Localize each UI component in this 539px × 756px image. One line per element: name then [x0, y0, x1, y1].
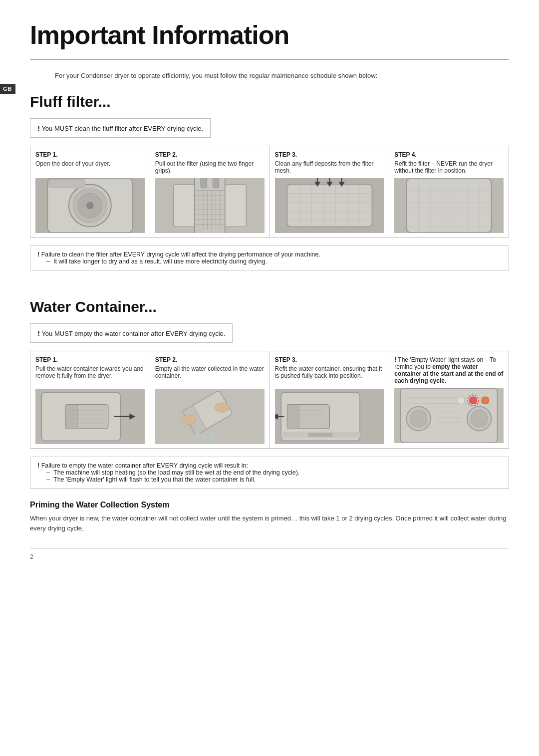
water-step-1-image: [35, 389, 145, 444]
fluff-warning-main: Failure to clean the filter after EVERY …: [41, 251, 320, 258]
svg-point-71: [210, 433, 215, 441]
water-step-1-text: Pull the water container towards you and…: [35, 365, 145, 385]
page: GB Important Information For your Conden…: [0, 0, 539, 756]
svg-point-69: [195, 431, 200, 439]
svg-rect-84: [308, 433, 332, 437]
fluff-step-4-svg: [394, 178, 504, 233]
water-step-3: STEP 3. Refit the water container, ensur…: [270, 351, 390, 448]
svg-point-5: [86, 202, 94, 210]
water-warning-box: ! Failure to empty the water container a…: [30, 457, 509, 489]
fluff-notice-exclaim: !: [37, 124, 40, 132]
fluff-step-3-image: [275, 178, 384, 233]
water-step-4-notice: ! The 'Empty Water' light stays on – To …: [389, 351, 509, 448]
fluff-step-4-label: STEP 4.: [394, 151, 504, 158]
bottom-divider: [30, 548, 509, 548]
svg-point-70: [203, 435, 207, 441]
fluff-step-2-svg: [155, 178, 265, 233]
svg-point-90: [482, 397, 489, 404]
fluff-notice-box: ! You MUST clean the fluff filter after …: [30, 118, 211, 138]
water-step-4-notice-text: ! The 'Empty Water' light stays on – To …: [394, 356, 504, 384]
fluff-filter-title: Fluff filter...: [30, 93, 509, 110]
fluff-step-1-text: Open the door of your dryer.: [35, 160, 145, 174]
priming-subtitle: Priming the Water Collection System: [30, 501, 509, 509]
water-warning-list: The machine will stop heating (so the lo…: [46, 469, 502, 483]
svg-point-89: [470, 397, 477, 404]
fluff-warning-box: ! Failure to clean the filter after EVER…: [30, 246, 509, 270]
fluff-step-2-image: [155, 178, 265, 233]
water-step-4-svg: [394, 388, 504, 443]
svg-point-96: [471, 410, 488, 427]
fluff-step-3-label: STEP 3.: [275, 151, 384, 158]
fluff-warning-item-1: It will take longer to dry and as a resu…: [46, 258, 502, 265]
fluff-steps-row: STEP 1. Open the door of your dryer. STE…: [30, 146, 509, 238]
svg-point-91: [458, 397, 465, 404]
svg-rect-10: [201, 178, 207, 188]
water-step-2-image: [155, 389, 265, 444]
water-notice-box: ! You MUST empty the water container aft…: [30, 323, 233, 343]
water-notice-exclaim: !: [37, 329, 40, 337]
fluff-step-1: STEP 1. Open the door of your dryer.: [30, 146, 150, 237]
water-step-3-label: STEP 3.: [275, 356, 384, 363]
fluff-step-4-text: Refit the filter – NEVER run the dryer w…: [394, 160, 504, 174]
fluff-step-4-image: [394, 178, 504, 233]
fluff-step-2-text: Pull out the filter (using the two finge…: [155, 160, 265, 174]
water-step-3-text: Refit the water container, ensuring that…: [275, 365, 384, 385]
water-step-3-svg: [275, 389, 384, 444]
water-step-2-text: Empty all the water collected in the wat…: [155, 365, 265, 385]
water-step-4-image: [394, 388, 504, 443]
intro-text: For your Condenser dryer to operate effi…: [55, 72, 509, 79]
water-step-1-label: STEP 1.: [35, 356, 145, 363]
water-step-2-label: STEP 2.: [155, 356, 265, 363]
fluff-step-2: STEP 2. Pull out the filter (using the t…: [150, 146, 270, 237]
water-steps-row: STEP 1. Pull the water container towards…: [30, 351, 509, 449]
fluff-step-2-label: STEP 2.: [155, 151, 265, 158]
fluff-step-4: STEP 4. Refit the filter – NEVER run the…: [389, 146, 509, 237]
top-divider: [30, 59, 509, 60]
water-warning-item-2: The 'Empty Water' light will flash to te…: [46, 476, 502, 483]
gb-badge: GB: [0, 84, 15, 94]
water-step-1-svg: [35, 389, 145, 444]
svg-rect-6: [49, 180, 85, 188]
fluff-step-1-label: STEP 1.: [35, 151, 145, 158]
svg-rect-11: [213, 178, 219, 188]
water-step-3-image: [275, 389, 384, 444]
svg-rect-77: [287, 405, 299, 429]
svg-rect-9: [195, 178, 225, 233]
svg-point-72: [215, 403, 229, 412]
fluff-warning-list: It will take longer to dry and as a resu…: [46, 258, 502, 265]
svg-point-94: [410, 410, 427, 427]
page-number: 2: [30, 553, 509, 560]
water-step-2-svg: [155, 389, 265, 444]
water-warning-exclaim: !: [37, 462, 39, 469]
svg-rect-27: [287, 184, 372, 227]
svg-rect-59: [66, 405, 78, 429]
water-warning-item-1: The machine will stop heating (so the lo…: [46, 469, 502, 476]
fluff-step-3-text: Clean any fluff deposits from the filter…: [275, 160, 384, 174]
fluff-step-3-svg: [275, 178, 384, 233]
page-title: Important Information: [30, 20, 509, 50]
water-container-title: Water Container...: [30, 298, 509, 315]
fluff-notice-text: You MUST clean the fluff filter after EV…: [41, 125, 203, 132]
priming-text: When your dryer is new, the water contai…: [30, 513, 509, 533]
fluff-step-1-image: [35, 178, 145, 233]
water-step-2: STEP 2. Empty all the water collected in…: [150, 351, 270, 448]
fluff-step-1-svg: [35, 178, 145, 233]
fluff-step-3: STEP 3. Clean any fluff deposits from th…: [270, 146, 390, 237]
svg-rect-45: [407, 178, 492, 233]
svg-point-73: [181, 415, 196, 424]
water-warning-main: Failure to empty the water container aft…: [41, 462, 248, 469]
water-notice-text: You MUST empty the water container after…: [41, 330, 225, 337]
water-step-1: STEP 1. Pull the water container towards…: [30, 351, 150, 448]
fluff-warning-exclaim: !: [37, 251, 39, 258]
